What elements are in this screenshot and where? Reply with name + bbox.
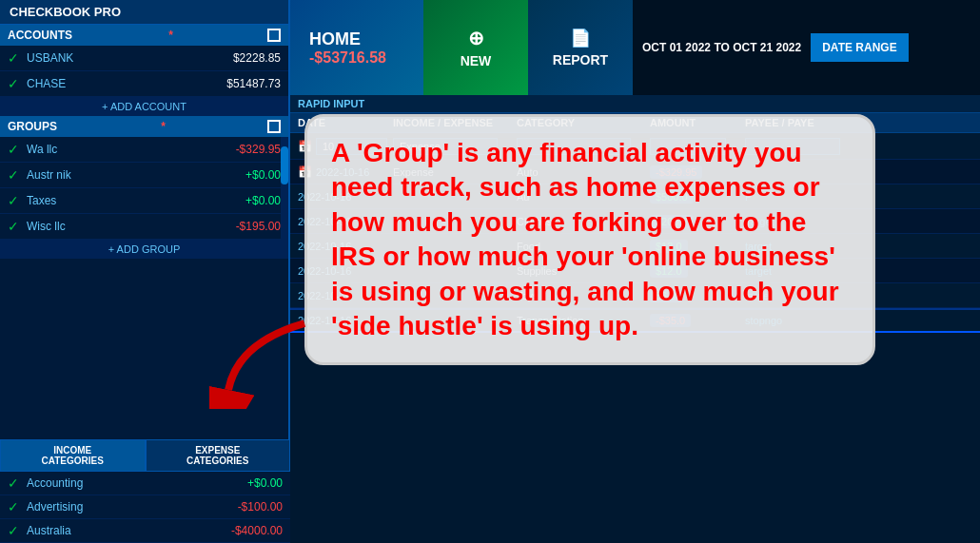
home-tab-title: HOME bbox=[309, 29, 404, 49]
groups-header: GROUPS* bbox=[0, 116, 288, 137]
categories-section: INCOMECATEGORIES EXPENSECATEGORIES ✓ Acc… bbox=[0, 439, 290, 543]
arrow-overlay bbox=[209, 314, 323, 413]
category-row[interactable]: ✓ Accounting +$0.00 bbox=[0, 472, 290, 495]
rapid-input-label: RAPID INPUT bbox=[290, 95, 980, 113]
account-row[interactable]: ✓ USBANK $2228.85 bbox=[0, 46, 288, 71]
add-account-button[interactable]: + ADD ACCOUNT bbox=[0, 97, 288, 116]
check-icon: ✓ bbox=[8, 475, 19, 491]
home-tab[interactable]: HOME -$53716.58 bbox=[290, 0, 423, 95]
tab-expense-categories[interactable]: EXPENSECATEGORIES bbox=[146, 439, 291, 472]
add-group-button[interactable]: + ADD GROUP bbox=[0, 240, 288, 259]
new-button[interactable]: ⊕ NEW bbox=[423, 0, 528, 95]
category-row[interactable]: ✓ Australia -$4000.00 bbox=[0, 519, 290, 543]
check-icon: ✓ bbox=[8, 219, 19, 234]
account-row[interactable]: ✓ CHASE $51487.73 bbox=[0, 71, 288, 97]
group-row[interactable]: ✓ Taxes +$0.00 bbox=[0, 188, 288, 214]
home-tab-amount: -$53716.58 bbox=[309, 49, 404, 67]
date-range-area: OCT 01 2022 TO OCT 21 2022 DATE RANGE bbox=[633, 0, 980, 95]
check-icon: ✓ bbox=[8, 76, 19, 91]
category-tabs: INCOMECATEGORIES EXPENSECATEGORIES bbox=[0, 439, 290, 472]
top-nav: HOME -$53716.58 ⊕ NEW 📄 REPORT OCT 01 20… bbox=[290, 0, 980, 95]
app-title: CHECKBOOK PRO bbox=[0, 0, 288, 25]
group-row[interactable]: ✓ Wa llc -$329.95 bbox=[0, 137, 288, 163]
groups-scrollbar[interactable] bbox=[281, 137, 288, 240]
report-icon: 📄 bbox=[570, 28, 591, 48]
check-icon: ✓ bbox=[8, 142, 19, 157]
groups-section: ✓ Wa llc -$329.95 ✓ Austr nik +$0.00 ✓ T… bbox=[0, 137, 288, 240]
category-list: ✓ Accounting +$0.00 ✓ Advertising -$100.… bbox=[0, 472, 290, 543]
check-icon: ✓ bbox=[8, 523, 19, 538]
scrollbar-thumb bbox=[281, 146, 288, 184]
check-icon: ✓ bbox=[8, 167, 19, 183]
date-range-button[interactable]: DATE RANGE bbox=[811, 33, 908, 62]
group-row[interactable]: ✓ Austr nik +$0.00 bbox=[0, 163, 288, 188]
report-button[interactable]: 📄 REPORT bbox=[528, 0, 633, 95]
sidebar: CHECKBOOK PRO ACCOUNTS* ✓ USBANK $2228.8… bbox=[0, 0, 290, 543]
category-row[interactable]: ✓ Advertising -$100.00 bbox=[0, 495, 290, 519]
plus-icon: ⊕ bbox=[468, 27, 484, 49]
groups-checkbox[interactable] bbox=[267, 120, 281, 133]
tooltip-overlay: A 'Group' is any financial activity you … bbox=[304, 114, 875, 365]
group-row[interactable]: ✓ Wisc llc -$195.00 bbox=[0, 214, 288, 240]
check-icon: ✓ bbox=[8, 499, 19, 514]
check-icon: ✓ bbox=[8, 193, 19, 208]
check-icon: ✓ bbox=[8, 50, 19, 66]
accounts-checkbox[interactable] bbox=[267, 29, 281, 42]
tab-income-categories[interactable]: INCOMECATEGORIES bbox=[0, 439, 146, 472]
accounts-header: ACCOUNTS* bbox=[0, 25, 288, 46]
